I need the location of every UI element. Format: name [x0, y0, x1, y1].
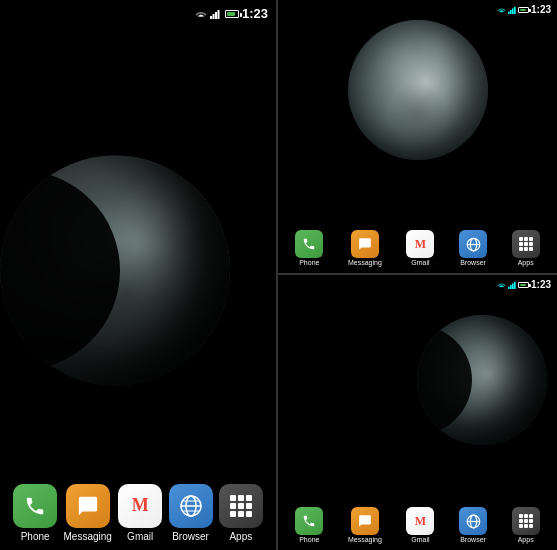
messaging-icon-right-bottom [358, 514, 372, 528]
phone-app-icon-right-top[interactable] [295, 230, 323, 258]
svg-rect-12 [514, 6, 516, 13]
apps-label-right-top: Apps [518, 259, 534, 266]
phone-icon-right-top [302, 237, 316, 251]
gmail-label-left: Gmail [127, 531, 153, 542]
right-bottom-panel: 1:23 Phone Messaging [278, 275, 557, 550]
phone-icon-left [24, 495, 46, 517]
browser-icon-left [179, 494, 203, 518]
messaging-label-left: Messaging [63, 531, 111, 542]
gmail-label-right-top: Gmail [411, 259, 429, 266]
status-time-right-bottom: 1:23 [531, 279, 551, 290]
dock-item-gmail-right-bottom[interactable]: M Gmail [406, 507, 434, 543]
phone-label-left: Phone [21, 531, 50, 542]
status-time-right-top: 1:23 [531, 4, 551, 15]
phone-label-right-bottom: Phone [299, 536, 319, 543]
dock-item-apps-left[interactable]: Apps [219, 484, 263, 542]
messaging-icon-right-top [358, 237, 372, 251]
battery-icon-right-top [518, 7, 529, 13]
messaging-label-right-bottom: Messaging [348, 536, 382, 543]
status-bar-right-bottom: 1:23 [497, 279, 551, 290]
dock-item-gmail-right-top[interactable]: M Gmail [406, 230, 434, 266]
svg-rect-0 [210, 16, 212, 19]
gmail-app-icon-right-bottom[interactable]: M [406, 507, 434, 535]
messaging-label-right-top: Messaging [348, 259, 382, 266]
gmail-icon-right-top: M [415, 237, 426, 252]
browser-label-right-bottom: Browser [460, 536, 486, 543]
browser-label-left: Browser [172, 531, 209, 542]
browser-icon-right-bottom [466, 514, 481, 529]
wifi-icon-right-top [497, 6, 506, 14]
wifi-icon-left [195, 9, 207, 19]
svg-rect-17 [510, 285, 512, 289]
dock-item-browser-right-top[interactable]: Browser [459, 230, 487, 266]
dock-item-browser-left[interactable]: Browser [169, 484, 213, 542]
apps-app-icon-right-bottom[interactable] [512, 507, 540, 535]
apps-grid-icon-right-top [519, 237, 533, 251]
browser-app-icon-left[interactable] [169, 484, 213, 528]
svg-rect-16 [508, 286, 510, 288]
signal-icon-left [210, 9, 220, 19]
svg-rect-3 [217, 10, 219, 19]
browser-icon-right-top [466, 237, 481, 252]
dock-right-top: Phone Messaging M Gmail [278, 223, 557, 273]
dock-item-messaging-right-top[interactable]: Messaging [348, 230, 382, 266]
svg-rect-19 [514, 281, 516, 288]
apps-app-icon-left[interactable] [219, 484, 263, 528]
right-top-panel: 1:23 Phone Messaging [278, 0, 557, 275]
moon-crescent-right-bottom [417, 315, 547, 445]
browser-app-icon-right-bottom[interactable] [459, 507, 487, 535]
moon-full-right-top [348, 20, 488, 160]
moon-crescent-left [0, 155, 230, 385]
dock-item-apps-right-top[interactable]: Apps [512, 230, 540, 266]
gmail-icon-right-bottom: M [415, 514, 426, 529]
dock-right-bottom: Phone Messaging M Gmail [278, 500, 557, 550]
signal-icon-right-bottom [508, 281, 516, 289]
dock-item-phone-left[interactable]: Phone [13, 484, 57, 542]
messaging-app-icon-right-bottom[interactable] [351, 507, 379, 535]
gmail-app-icon-left[interactable]: M [118, 484, 162, 528]
phone-app-icon-left[interactable] [13, 484, 57, 528]
phone-label-right-top: Phone [299, 259, 319, 266]
battery-icon-left [225, 10, 239, 18]
signal-icon-right-top [508, 6, 516, 14]
apps-grid-icon-left [230, 495, 252, 517]
svg-rect-2 [215, 12, 217, 19]
dock-item-messaging-right-bottom[interactable]: Messaging [348, 507, 382, 543]
svg-rect-10 [510, 10, 512, 14]
dock-item-browser-right-bottom[interactable]: Browser [459, 507, 487, 543]
dock-left: Phone Messaging M Gmail [0, 475, 276, 550]
status-time-left: 1:23 [242, 6, 268, 21]
apps-label-right-bottom: Apps [518, 536, 534, 543]
apps-app-icon-right-top[interactable] [512, 230, 540, 258]
dock-item-messaging-left[interactable]: Messaging [63, 484, 111, 542]
apps-label-left: Apps [229, 531, 252, 542]
wifi-icon-right-bottom [497, 281, 506, 289]
gmail-icon-left: M [132, 495, 149, 516]
gmail-app-icon-right-top[interactable]: M [406, 230, 434, 258]
phone-icon-right-bottom [302, 514, 316, 528]
left-panel: 1:23 Phone Messaging M [0, 0, 278, 550]
svg-rect-11 [512, 8, 514, 14]
status-bar-left: 1:23 [195, 6, 268, 21]
phone-app-icon-right-bottom[interactable] [295, 507, 323, 535]
browser-label-right-top: Browser [460, 259, 486, 266]
dock-item-gmail-left[interactable]: M Gmail [118, 484, 162, 542]
battery-icon-right-bottom [518, 282, 529, 288]
right-panels: 1:23 Phone Messaging [278, 0, 557, 550]
status-bar-right-top: 1:23 [497, 4, 551, 15]
apps-grid-icon-right-bottom [519, 514, 533, 528]
browser-app-icon-right-top[interactable] [459, 230, 487, 258]
svg-rect-1 [212, 14, 214, 19]
messaging-app-icon-left[interactable] [66, 484, 110, 528]
dock-item-apps-right-bottom[interactable]: Apps [512, 507, 540, 543]
messaging-icon-left [77, 495, 99, 517]
svg-rect-9 [508, 11, 510, 13]
messaging-app-icon-right-top[interactable] [351, 230, 379, 258]
gmail-label-right-bottom: Gmail [411, 536, 429, 543]
dock-item-phone-right-top[interactable]: Phone [295, 230, 323, 266]
svg-rect-18 [512, 283, 514, 289]
dock-item-phone-right-bottom[interactable]: Phone [295, 507, 323, 543]
